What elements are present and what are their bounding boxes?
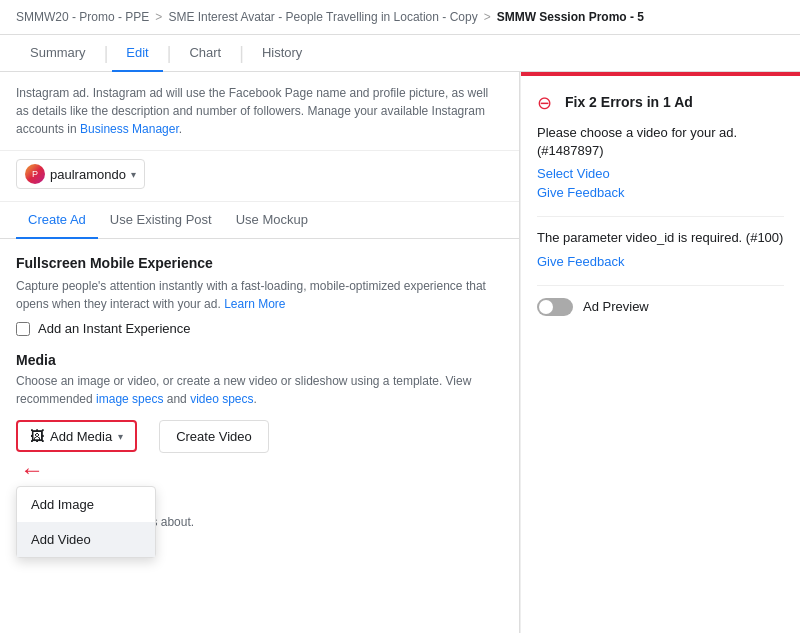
dropdown-add-video[interactable]: Add Video — [17, 522, 155, 557]
account-selector-row: P paulramondo ▾ — [0, 151, 519, 202]
main-tabs-bar: Summary | Edit | Chart | History — [0, 35, 800, 72]
learn-more-link[interactable]: Learn More — [224, 297, 285, 311]
ad-preview-label: Ad Preview — [583, 299, 649, 314]
add-media-label: Add Media — [50, 429, 112, 444]
breadcrumb-item-2[interactable]: SME Interest Avatar - People Travelling … — [168, 10, 477, 24]
tab-summary[interactable]: Summary — [16, 35, 100, 72]
red-arrow-icon: ← — [20, 456, 44, 484]
error-block-1: Please choose a video for your ad. (#148… — [537, 124, 784, 217]
breadcrumb-sep-1: > — [155, 10, 162, 24]
fullscreen-section-desc: Capture people's attention instantly wit… — [16, 277, 503, 313]
give-feedback-link-2[interactable]: Give Feedback — [537, 254, 784, 269]
instagram-notice: Instagram ad. Instagram ad will use the … — [0, 72, 519, 151]
sub-tab-use-existing-post[interactable]: Use Existing Post — [98, 202, 224, 239]
left-panel: Instagram ad. Instagram ad will use the … — [0, 72, 520, 633]
tab-divider-2: | — [163, 43, 176, 64]
account-chevron-icon: ▾ — [131, 169, 136, 180]
media-and-text: and — [163, 392, 190, 406]
tab-history[interactable]: History — [248, 35, 316, 72]
give-feedback-link-1[interactable]: Give Feedback — [537, 185, 784, 200]
add-media-button[interactable]: 🖼 Add Media ▾ — [16, 420, 137, 452]
account-avatar: P — [25, 164, 45, 184]
error-top-bar — [521, 72, 800, 76]
error-msg-2: The parameter video_id is required. (#10… — [537, 229, 784, 247]
breadcrumb-item-1[interactable]: SMMW20 - Promo - PPE — [16, 10, 149, 24]
fullscreen-section-title: Fullscreen Mobile Experience — [16, 255, 503, 271]
media-section-desc: Choose an image or video, or create a ne… — [16, 372, 503, 408]
tab-edit[interactable]: Edit — [112, 35, 162, 72]
content-area: Fullscreen Mobile Experience Capture peo… — [0, 239, 519, 545]
sub-tabs-bar: Create Ad Use Existing Post Use Mockup — [0, 202, 519, 239]
instant-experience-checkbox[interactable] — [16, 322, 30, 336]
video-specs-link[interactable]: video specs — [190, 392, 253, 406]
breadcrumb: SMMW20 - Promo - PPE > SME Interest Avat… — [0, 0, 800, 35]
add-media-chevron-icon: ▾ — [118, 431, 123, 442]
select-video-link[interactable]: Select Video — [537, 166, 784, 181]
breadcrumb-item-3: SMMW Session Promo - 5 — [497, 10, 644, 24]
media-buttons-row: 🖼 Add Media ▾ Add Image Add Video ← Crea… — [16, 420, 503, 484]
tab-divider-3: | — [235, 43, 248, 64]
sub-tab-use-mockup[interactable]: Use Mockup — [224, 202, 320, 239]
error-title: Fix 2 Errors in 1 Ad — [565, 94, 693, 110]
add-media-dropdown: Add Image Add Video — [16, 486, 156, 558]
media-icon: 🖼 — [30, 428, 44, 444]
tab-divider-1: | — [100, 43, 113, 64]
right-panel: ⊖ Fix 2 Errors in 1 Ad Please choose a v… — [520, 72, 800, 633]
error-header: ⊖ Fix 2 Errors in 1 Ad — [537, 92, 784, 112]
error-circle-icon: ⊖ — [537, 92, 557, 112]
dropdown-add-image[interactable]: Add Image — [17, 487, 155, 522]
account-name: paulramondo — [50, 167, 126, 182]
add-media-wrapper: 🖼 Add Media ▾ Add Image Add Video ← — [16, 420, 137, 484]
business-manager-link[interactable]: Business Manager — [80, 122, 179, 136]
ad-preview-toggle[interactable] — [537, 298, 573, 316]
tab-chart[interactable]: Chart — [175, 35, 235, 72]
instant-experience-label: Add an Instant Experience — [38, 321, 191, 336]
media-period: . — [254, 392, 257, 406]
create-video-button[interactable]: Create Video — [159, 420, 269, 453]
ad-preview-row: Ad Preview — [537, 298, 784, 316]
error-msg-1: Please choose a video for your ad. (#148… — [537, 124, 784, 160]
instant-experience-row: Add an Instant Experience — [16, 321, 503, 336]
breadcrumb-sep-2: > — [484, 10, 491, 24]
media-section-title: Media — [16, 352, 503, 368]
main-layout: Instagram ad. Instagram ad will use the … — [0, 72, 800, 633]
account-selector-button[interactable]: P paulramondo ▾ — [16, 159, 145, 189]
instagram-notice-period: . — [179, 122, 182, 136]
error-block-2: The parameter video_id is required. (#10… — [537, 229, 784, 285]
image-specs-link[interactable]: image specs — [96, 392, 163, 406]
red-arrow-container: ← — [16, 456, 137, 484]
sub-tab-create-ad[interactable]: Create Ad — [16, 202, 98, 239]
